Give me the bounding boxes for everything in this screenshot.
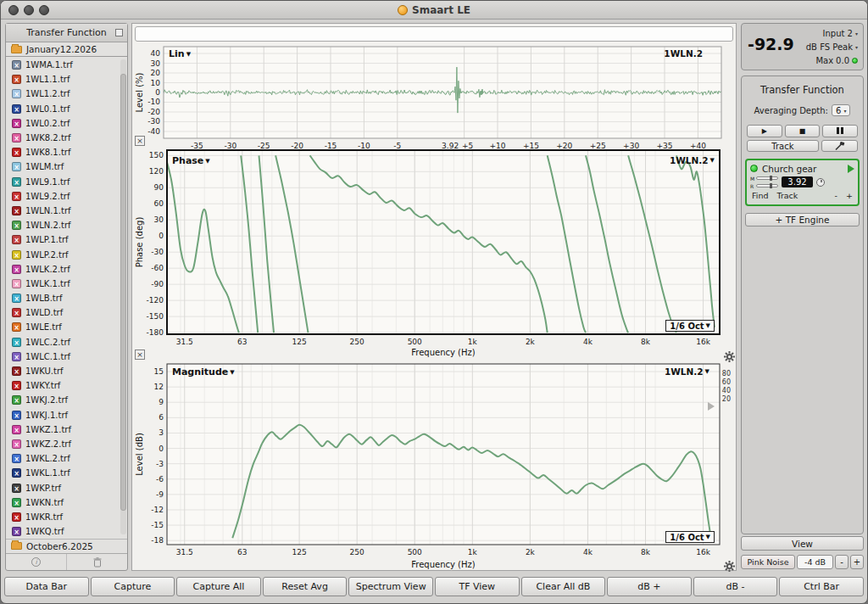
magnitude-settings-gear-icon[interactable] [724,559,735,570]
file-item[interactable]: ×1WLP.2.trf [6,247,127,261]
delay-minus-button[interactable]: - [835,191,837,200]
magnitude-type-dropdown[interactable]: Magnitude▼ [172,366,235,378]
info-button[interactable]: i [6,554,66,570]
toolbar-button-db-[interactable]: dB + [607,577,692,596]
close-impulse-panel-button[interactable]: × [135,136,145,146]
play-button[interactable]: ▶ [747,125,782,137]
file-item[interactable]: ×1WK8.1.trf [6,145,127,159]
file-item[interactable]: ×1WLD.trf [6,305,127,320]
file-item[interactable]: ×1WKU.trf [6,364,127,378]
folder-item-october[interactable]: October6.2025 [6,539,127,553]
file-item[interactable]: ×1WLN.1.trf [6,204,127,218]
drag-handle-icon[interactable] [708,402,715,411]
file-name: 1WKL.1.trf [25,468,70,478]
titlebar: Smaart LE [1,1,867,20]
file-item[interactable]: ×1WL1.1.trf [6,72,127,87]
file-item[interactable]: ×1WL0.2.trf [6,116,127,131]
pink-noise-button[interactable]: Pink Noise [741,555,795,569]
stop-button[interactable]: ■ [785,125,821,137]
file-item[interactable]: ×1WLB.trf [6,291,127,305]
file-item[interactable]: ×1WL1.2.trf [6,87,127,101]
file-item[interactable]: ×1WKZ.2.trf [6,437,127,451]
toolbar-button-db-[interactable]: dB - [693,577,778,596]
generator-level-minus-button[interactable]: - [835,555,849,569]
measurement-label: M [750,176,754,182]
file-item[interactable]: ×1WLE.trf [6,320,127,334]
engine-play-icon[interactable] [848,165,854,173]
file-item[interactable]: ×1WL9.2.trf [6,189,127,204]
data-bar-strip[interactable] [135,26,733,42]
phase-trace-dropdown[interactable]: 1WLN.2▼ [670,155,715,165]
file-item[interactable]: ×1WLM.trf [6,159,127,174]
scrollbar-thumb[interactable] [120,74,126,511]
svg-text:-60: -60 [151,264,164,272]
scrollbar[interactable] [120,59,126,534]
file-item[interactable]: ×1WKR.trf [6,510,127,524]
input-select-dropdown[interactable]: Input 2▾ [823,29,858,38]
toolbar-button-capture[interactable]: Capture [91,577,175,596]
file-item[interactable]: ×1WL9.1.trf [6,175,127,189]
reference-slider[interactable] [756,184,778,187]
file-item[interactable]: ×1WLC.2.trf [6,335,127,350]
svg-text:250: 250 [350,338,364,346]
delay-value[interactable]: 3.92 [782,176,813,187]
averaging-depth-dropdown[interactable]: 6▾ [832,104,850,116]
phase-smoothing-dropdown[interactable]: 1/6 Oct▼ [665,320,715,332]
svg-text:8k: 8k [641,548,651,556]
delay-plus-button[interactable]: + [846,191,853,200]
toolbar-button-tf-view[interactable]: TF View [435,577,520,596]
measurement-slider[interactable] [756,176,778,180]
file-item[interactable]: ×1WMA.1.trf [6,58,127,72]
toolbar-button-capture-all[interactable]: Capture All [176,577,261,596]
delete-button[interactable] [66,554,127,570]
file-item[interactable]: ×1WKJ.2.trf [6,393,127,407]
sidebar-options-icon[interactable] [115,29,123,36]
track-delay-button[interactable]: Track [776,191,798,200]
file-item[interactable]: ×1WLK.2.trf [6,262,127,277]
tools-button[interactable] [821,140,858,152]
magnitude-smoothing-dropdown[interactable]: 1/6 Oct▼ [665,531,715,543]
impulse-type-dropdown[interactable]: Lin▼ [169,48,191,59]
add-tf-engine-button[interactable]: + TF Engine [745,213,860,226]
phase-plot[interactable]: 1501209060300-30-60-90-120-150-18031.563… [135,148,733,358]
folder-item-january[interactable]: January12.2026 [6,42,127,57]
file-item[interactable]: ×1WL0.1.trf [6,102,127,116]
file-item[interactable]: ×1WKJ.1.trf [6,408,127,422]
meter-unit-dropdown[interactable]: dB FS Peak▾ [806,42,858,52]
folder-name: October6.2025 [26,541,93,551]
file-item[interactable]: ×1WKP.trf [6,480,127,495]
phase-type-dropdown[interactable]: Phase▼ [172,155,210,166]
impulse-plot[interactable]: 403020100-10-20-30-40-35-30-25-20-15-10-… [135,44,733,165]
file-item[interactable]: ×1WKL.1.trf [6,466,127,480]
view-button[interactable]: View [741,536,864,551]
file-item[interactable]: ×1WKY.trf [6,378,127,393]
file-item[interactable]: ×1WLK.1.trf [6,277,127,291]
file-item[interactable]: ×1WK8.2.trf [6,131,127,145]
svg-text:Level (dB): Level (dB) [135,433,144,476]
track-button[interactable]: Track [747,140,819,152]
toolbar-button-spectrum-view[interactable]: Spectrum View [348,577,433,596]
find-delay-button[interactable]: Find [752,191,768,200]
file-item[interactable]: ×1WLC.1.trf [6,350,127,364]
magnitude-trace-dropdown[interactable]: 1WLN.2▼ [665,366,709,377]
toolbar-button-data-bar[interactable]: Data Bar [4,577,89,596]
toolbar-button-clear-all-db[interactable]: Clear All dB [521,577,606,596]
phase-plot-svg: 1501209060300-30-60-90-120-150-18031.563… [135,148,733,358]
file-item[interactable]: ×1WKN.trf [6,495,127,510]
file-item[interactable]: ×1WLP.1.trf [6,232,127,247]
pause-button[interactable] [822,125,858,137]
toolbar-button-reset-avg[interactable]: Reset Avg [263,577,348,596]
delay-knob[interactable] [816,178,825,187]
trf-file-icon: × [12,498,21,507]
toolbar-button-ctrl-bar[interactable]: Ctrl Bar [779,577,864,596]
file-item[interactable]: ×1WLN.2.trf [6,218,127,232]
svg-text:4k: 4k [583,338,593,346]
trf-file-icon: × [12,527,21,536]
window-title: Smaart LE [1,1,867,20]
generator-level-plus-button[interactable]: + [850,555,864,569]
trf-file-icon: × [12,322,21,332]
file-item[interactable]: ×1WKQ.trf [6,524,127,539]
file-item[interactable]: ×1WKL.2.trf [6,451,127,466]
magnitude-plot[interactable]: 15129630-3-6-9-12-15-1831.5631252505001k… [135,358,733,570]
file-item[interactable]: ×1WKZ.1.trf [6,422,127,437]
